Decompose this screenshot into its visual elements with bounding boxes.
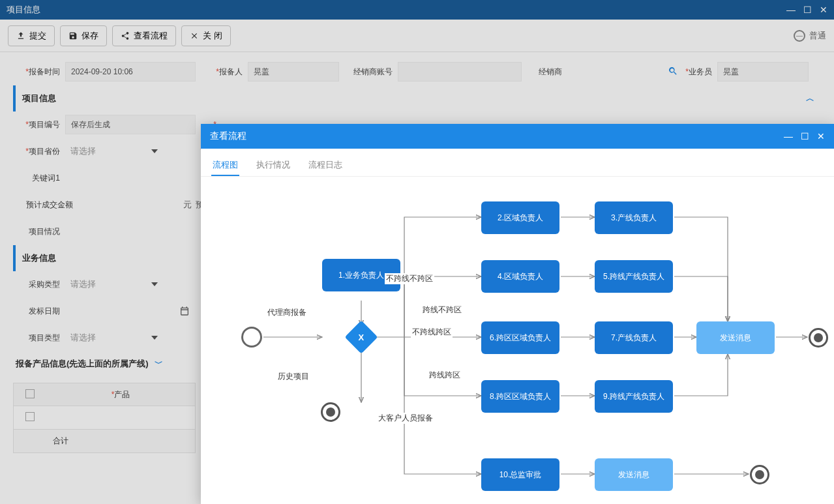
edge-agent: 代理商报备 [266, 307, 308, 318]
flow-node-send1[interactable]: 发送消息 [696, 321, 775, 354]
flow-node-9[interactable]: 9.跨线产线负责人 [595, 380, 673, 413]
edge-noline-noarea: 不跨线不跨区 [385, 273, 434, 284]
flow-node-3[interactable]: 3.产线负责人 [595, 201, 673, 234]
flow-end-alt-icon [750, 465, 769, 484]
flow-node-send2[interactable]: 发送消息 [595, 458, 673, 491]
process-modal: 查看流程 — ☐ ✕ 流程图 执行情况 流程日志 [201, 124, 834, 504]
flow-diagram[interactable]: 1.业务负责人 X 2.区域负责人 3.产线负责人 4.区域负责人 5.跨线产线… [201, 177, 834, 504]
flow-node-6[interactable]: 6.跨区区域负责人 [481, 321, 559, 354]
flow-start-icon [241, 327, 262, 348]
edge-line-area: 跨线跨区 [428, 370, 462, 381]
modal-maximize-icon[interactable]: ☐ [801, 131, 809, 141]
edge-history: 历史项目 [276, 371, 310, 382]
tab-exec[interactable]: 执行情况 [255, 155, 291, 176]
tab-log[interactable]: 流程日志 [307, 155, 344, 176]
flow-node-10[interactable]: 10.总监审批 [481, 458, 559, 491]
flow-end-main-icon [809, 328, 828, 348]
edge-line-noarea: 跨线不跨区 [421, 304, 463, 316]
modal-title-text: 查看流程 [210, 130, 246, 142]
flow-node-8[interactable]: 8.跨区区域负责人 [481, 380, 559, 413]
modal-tabs: 流程图 执行情况 流程日志 [201, 149, 834, 177]
modal-close-icon[interactable]: ✕ [817, 131, 825, 141]
flow-node-4[interactable]: 4.区域负责人 [481, 260, 559, 293]
edge-noline-area: 不跨线跨区 [411, 327, 453, 338]
flow-node-5[interactable]: 5.跨线产线负责人 [595, 260, 673, 293]
flow-node-2[interactable]: 2.区域负责人 [481, 201, 559, 234]
edge-bigcust: 大客户人员报备 [377, 413, 434, 424]
flow-end-history-icon [321, 402, 340, 422]
modal-titlebar: 查看流程 — ☐ ✕ [201, 124, 834, 149]
flow-node-7[interactable]: 7.产线负责人 [595, 321, 673, 354]
modal-minimize-icon[interactable]: — [784, 131, 793, 141]
tab-diagram[interactable]: 流程图 [211, 155, 239, 176]
